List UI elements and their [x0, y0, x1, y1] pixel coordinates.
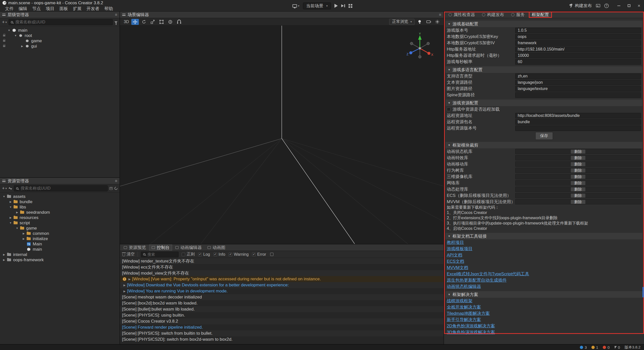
log-row[interactable]: [Scene] Cocos Creator v3.8.2	[120, 318, 444, 324]
console-filter[interactable]: Log	[198, 252, 210, 257]
asset-node[interactable]: bundle	[0, 199, 119, 204]
expand-arrow-icon[interactable]	[21, 237, 26, 240]
scene-viewport[interactable]: Y X Z	[120, 26, 444, 244]
log-row[interactable]: [Window] Download the Vue Devtools exten…	[120, 282, 444, 288]
filter-checkbox[interactable]	[182, 253, 185, 256]
property-input[interactable]	[515, 92, 641, 98]
sort-icon[interactable]	[9, 187, 12, 190]
preview-device-button[interactable]: ▾	[292, 4, 299, 8]
expand-arrow-icon[interactable]	[15, 227, 20, 230]
build-publish-button[interactable]: 构建发布	[569, 3, 592, 9]
task-count[interactable]: 0	[614, 345, 620, 349]
remote-load-checkbox[interactable]	[447, 107, 451, 111]
asset-node[interactable]: common	[0, 231, 119, 236]
layout-button[interactable]	[349, 4, 352, 8]
asset-node[interactable]: assets	[0, 194, 119, 199]
scene-selector[interactable]: 当前场景 ▾	[303, 3, 331, 9]
delete-button[interactable]: 删除	[571, 149, 586, 154]
inspector-tab[interactable]: 服务	[508, 12, 528, 18]
panel-menu-icon[interactable]: ≡	[439, 13, 441, 17]
menu-item[interactable]: 项目	[43, 6, 57, 12]
menu-item[interactable]: 面板	[57, 6, 70, 12]
tree-node[interactable]: root	[0, 33, 119, 38]
solution-link[interactable]: 战棋游戏框架	[447, 298, 472, 304]
log-expand-icon[interactable]	[127, 278, 132, 281]
log-row[interactable]: [Scene] [PHYSICS2D]: switch from box2d-w…	[120, 336, 444, 342]
section-modules[interactable]: ▼ 框架模块裁剪	[446, 142, 642, 148]
scene-settings-button[interactable]	[433, 19, 441, 25]
property-input[interactable]	[515, 80, 641, 85]
doc-link[interactable]: 教程项目	[447, 240, 464, 245]
delete-button[interactable]: 删除	[571, 187, 586, 192]
expand-arrow-icon[interactable]	[7, 29, 12, 32]
property-input[interactable]	[515, 28, 641, 33]
delete-button[interactable]: 删除	[571, 181, 586, 185]
doc-link[interactable]: MVVM文档	[447, 265, 468, 271]
asset-node[interactable]: game	[0, 226, 119, 231]
delete-button[interactable]: 删除	[571, 200, 586, 204]
hierarchy-search-input[interactable]	[15, 20, 110, 25]
doc-link[interactable]: 原生包热更新配置自动生成插件	[447, 277, 507, 283]
menu-item[interactable]: 编辑	[16, 6, 30, 12]
scale-tool-button[interactable]	[149, 19, 156, 25]
solution-link[interactable]: 2D角色扮演游戏解决方案	[447, 323, 495, 329]
log-row[interactable]: [Window] You are running Vue in developm…	[120, 288, 444, 294]
expand-arrow-icon[interactable]	[8, 222, 13, 224]
asset-node[interactable]: Main	[0, 241, 119, 247]
expand-arrow-icon[interactable]	[2, 195, 7, 198]
menu-item[interactable]: 开发者	[84, 6, 102, 12]
section-solutions[interactable]: ▼ 框架解决方案	[446, 291, 642, 298]
play-button[interactable]	[335, 4, 338, 8]
lighting-toggle-button[interactable]	[416, 19, 423, 25]
asset-node[interactable]: seedrandom	[0, 210, 119, 215]
preview-image-icon[interactable]	[596, 4, 600, 7]
console-tab[interactable]: 动画编辑器	[173, 244, 204, 251]
menu-item[interactable]: 扩展	[70, 6, 84, 12]
error-count[interactable]: 0	[603, 345, 610, 349]
filter-checkbox[interactable]	[229, 253, 232, 256]
lock-icon[interactable]	[3, 45, 5, 47]
minimize-button[interactable]	[616, 3, 621, 8]
doc-link[interactable]: 动画状态机编辑器	[447, 284, 481, 289]
console-filter[interactable]: Warning	[229, 252, 249, 257]
save-button[interactable]: 保存	[535, 132, 553, 140]
move-tool-button[interactable]	[131, 19, 139, 25]
inspector-tab[interactable]: 构建发布	[479, 12, 507, 18]
property-input[interactable]	[515, 119, 641, 125]
console-tab[interactable]: 资源预览	[121, 244, 148, 251]
filter-checkbox[interactable]	[198, 253, 202, 256]
assets-search-input[interactable]	[20, 186, 105, 191]
clear-console-button[interactable]: 清空	[123, 252, 138, 257]
close-button[interactable]: ×	[636, 3, 641, 8]
doc-link[interactable]: Excel格式转Json文件与TypeScript代码工具	[447, 271, 529, 277]
expand-arrow-icon[interactable]	[20, 45, 25, 48]
log-row[interactable]: [Scene] [bullet]:bullet wasm lib loaded.	[120, 306, 444, 312]
asset-node[interactable]: internal	[0, 252, 119, 257]
solution-link[interactable]: 新手引导解决方案	[447, 317, 481, 323]
property-input[interactable]	[515, 113, 641, 118]
solution-link[interactable]: Tiledmap地图解决方案	[447, 311, 490, 316]
delete-button[interactable]: 删除	[571, 168, 586, 173]
filter-checkbox[interactable]	[214, 253, 217, 256]
log-row[interactable]: [Window] [Vue warn]: Property "onInput" …	[120, 276, 444, 282]
property-input[interactable]	[515, 59, 641, 65]
console-filter[interactable]: Info	[214, 252, 225, 257]
property-input[interactable]	[515, 86, 641, 92]
section-resources[interactable]: ▼ 游戏资源配置	[446, 100, 642, 106]
add-asset-button[interactable]: +▾	[2, 186, 7, 191]
filter-icon[interactable]	[114, 21, 117, 23]
snap-tool-button[interactable]	[175, 19, 183, 25]
property-input[interactable]	[515, 47, 641, 52]
delete-button[interactable]: 删除	[571, 174, 586, 179]
tree-node[interactable]: main	[0, 28, 119, 33]
scrollbar-thumb[interactable]	[642, 287, 644, 297]
section-i18n[interactable]: ▼ 游戏多语言配置	[446, 66, 642, 73]
property-input[interactable]	[515, 125, 641, 131]
asset-node[interactable]: libs	[0, 204, 119, 210]
console-search-input[interactable]	[147, 252, 176, 257]
export-log-icon[interactable]	[270, 253, 273, 256]
asset-node[interactable]: main	[0, 247, 119, 252]
property-input[interactable]	[515, 53, 641, 58]
asset-node[interactable]: oops-framework	[0, 257, 119, 262]
expand-arrow-icon[interactable]	[8, 206, 13, 208]
